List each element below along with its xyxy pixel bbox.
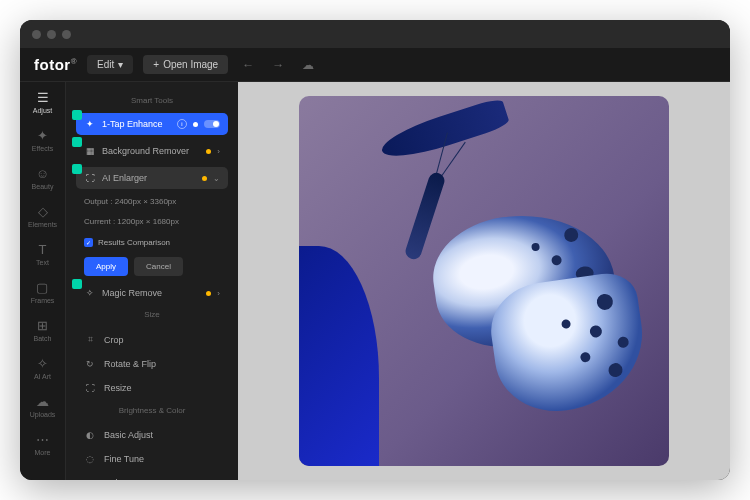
rotate-icon: ↻ bbox=[84, 359, 96, 369]
adjust-icon: ☰ bbox=[37, 90, 49, 105]
current-dimensions: Current : 1200px × 1680px bbox=[76, 214, 228, 234]
logo: fotor® bbox=[34, 56, 77, 73]
sparkle-icon: ✦ bbox=[84, 119, 96, 129]
topbar: fotor® Edit▾ +Open Image ← → ☁ bbox=[20, 48, 730, 82]
batch-icon: ⊞ bbox=[37, 318, 48, 333]
new-badge bbox=[72, 279, 82, 289]
edit-menu-button[interactable]: Edit▾ bbox=[87, 55, 133, 74]
tool-resize[interactable]: ⛶Resize bbox=[76, 376, 228, 400]
titlebar bbox=[20, 20, 730, 48]
status-dot bbox=[193, 122, 198, 127]
chevron-right-icon: › bbox=[217, 289, 220, 298]
window-control-max[interactable] bbox=[62, 30, 71, 39]
tool-color[interactable]: ◉Color bbox=[76, 471, 228, 480]
redo-icon[interactable]: → bbox=[268, 54, 288, 76]
pro-dot bbox=[206, 149, 211, 154]
section-brightness-title: Brightness & Color bbox=[76, 406, 228, 415]
sidebar-item-frames[interactable]: ▢Frames bbox=[31, 280, 55, 304]
ai art-icon: ✧ bbox=[37, 356, 48, 371]
sidebar-item-elements[interactable]: ◇Elements bbox=[28, 204, 57, 228]
new-badge bbox=[72, 110, 82, 120]
action-buttons: Apply Cancel bbox=[76, 251, 228, 282]
canvas[interactable] bbox=[238, 82, 730, 480]
tool-rotate[interactable]: ↻Rotate & Flip bbox=[76, 352, 228, 376]
crop-icon: ⌗ bbox=[84, 334, 96, 345]
beauty-icon: ☺ bbox=[36, 166, 49, 181]
magic-icon: ✧ bbox=[84, 288, 96, 298]
chevron-down-icon: ⌄ bbox=[213, 174, 220, 183]
tool-crop[interactable]: ⌗Crop bbox=[76, 327, 228, 352]
more-icon: ⋯ bbox=[36, 432, 49, 447]
elements-icon: ◇ bbox=[38, 204, 48, 219]
new-badge bbox=[72, 137, 82, 147]
window-control-min[interactable] bbox=[47, 30, 56, 39]
tools-panel: Smart Tools ✦ 1-Tap Enhance i ▦ Backgrou… bbox=[66, 82, 238, 480]
chevron-right-icon: › bbox=[217, 147, 220, 156]
section-size-title: Size bbox=[76, 310, 228, 319]
sidebar-item-uploads[interactable]: ☁Uploads bbox=[30, 394, 56, 418]
cancel-button[interactable]: Cancel bbox=[134, 257, 183, 276]
pro-dot bbox=[202, 176, 207, 181]
tool-bg-remover[interactable]: ▦ Background Remover › bbox=[76, 140, 228, 162]
enlarge-icon: ⛶ bbox=[84, 173, 96, 183]
tool-basic-adjust[interactable]: ◐Basic Adjust bbox=[76, 423, 228, 447]
resize-icon: ⛶ bbox=[84, 383, 96, 393]
frames-icon: ▢ bbox=[36, 280, 48, 295]
color-icon: ◉ bbox=[84, 478, 96, 480]
open-image-button[interactable]: +Open Image bbox=[143, 55, 228, 74]
text-icon: T bbox=[39, 242, 47, 257]
plus-icon: + bbox=[153, 59, 159, 70]
body: ☰Adjust✦Effects☺Beauty◇ElementsTText▢Fra… bbox=[20, 82, 730, 480]
chevron-down-icon: ▾ bbox=[118, 59, 123, 70]
output-dimensions: Output : 2400px × 3360px bbox=[76, 194, 228, 214]
tool-1tap-enhance[interactable]: ✦ 1-Tap Enhance i bbox=[76, 113, 228, 135]
sidebar-item-ai-art[interactable]: ✧AI Art bbox=[34, 356, 51, 380]
checkbox-icon: ✓ bbox=[84, 238, 93, 247]
sidebar-item-adjust[interactable]: ☰Adjust bbox=[33, 90, 52, 114]
effects-icon: ✦ bbox=[37, 128, 48, 143]
results-comparison-checkbox[interactable]: ✓ Results Comparison bbox=[76, 234, 228, 251]
sidebar-item-text[interactable]: TText bbox=[36, 242, 49, 266]
adjust-icon: ◐ bbox=[84, 430, 96, 440]
info-icon: i bbox=[177, 119, 187, 129]
app-window: fotor® Edit▾ +Open Image ← → ☁ ☰Adjust✦E… bbox=[20, 20, 730, 480]
uploads-icon: ☁ bbox=[36, 394, 49, 409]
cloud-icon[interactable]: ☁ bbox=[298, 54, 318, 76]
apply-button[interactable]: Apply bbox=[84, 257, 128, 276]
tune-icon: ◌ bbox=[84, 454, 96, 464]
preview-image bbox=[299, 96, 669, 466]
toggle-switch[interactable] bbox=[204, 120, 220, 128]
section-smart-tools-title: Smart Tools bbox=[76, 96, 228, 105]
pro-dot bbox=[206, 291, 211, 296]
bg-remove-icon: ▦ bbox=[84, 146, 96, 156]
window-control-close[interactable] bbox=[32, 30, 41, 39]
tool-fine-tune[interactable]: ◌Fine Tune bbox=[76, 447, 228, 471]
tool-ai-enlarger[interactable]: ⛶ AI Enlarger ⌄ bbox=[76, 167, 228, 189]
tool-magic-remove[interactable]: ✧ Magic Remove › bbox=[76, 282, 228, 304]
sidebar-item-beauty[interactable]: ☺Beauty bbox=[32, 166, 54, 190]
sidebar-item-more[interactable]: ⋯More bbox=[35, 432, 51, 456]
undo-icon[interactable]: ← bbox=[238, 54, 258, 76]
new-badge bbox=[72, 164, 82, 174]
sidebar-item-batch[interactable]: ⊞Batch bbox=[34, 318, 52, 342]
sidebar-item-effects[interactable]: ✦Effects bbox=[32, 128, 53, 152]
left-sidebar: ☰Adjust✦Effects☺Beauty◇ElementsTText▢Fra… bbox=[20, 82, 66, 480]
